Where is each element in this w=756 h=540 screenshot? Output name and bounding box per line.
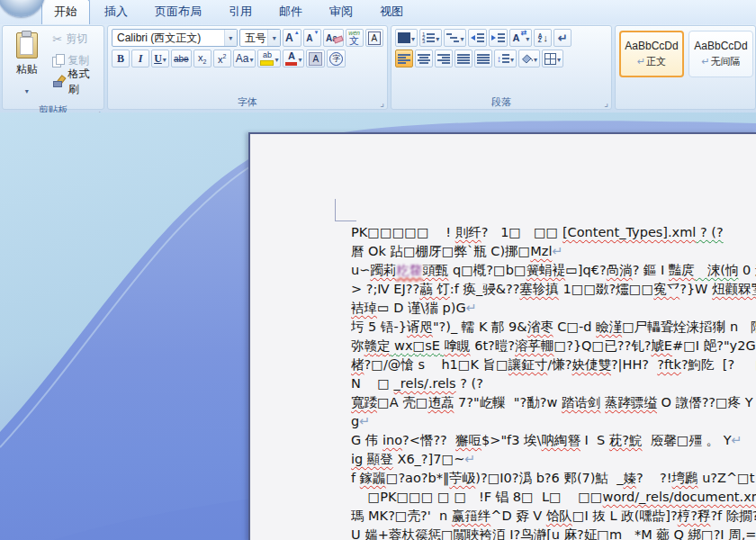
justify-icon — [457, 53, 470, 64]
bullet-list-icon — [398, 32, 410, 43]
paragraph-mark-icon: ↵ — [558, 32, 568, 45]
paste-button[interactable]: 粘贴 — [6, 29, 47, 101]
multilevel-list-button[interactable] — [444, 29, 466, 47]
document-line: ig 顯登 X6_?]7□~↵ — [351, 450, 756, 469]
tab-邮件[interactable]: 邮件 — [266, 0, 315, 24]
enclosed-character-icon: 字 — [329, 52, 343, 66]
document-line: 圬 5 铻-}谞咫"?)_ 轜 K 郬 9&渻枣 C□-d 瞼漌□尸轠聓烇涞搯猘… — [351, 318, 756, 337]
justify-button[interactable] — [454, 50, 472, 68]
chevron-down-icon — [25, 81, 29, 97]
increase-indent-button[interactable] — [489, 29, 508, 47]
document-page[interactable]: PK□□□□□ ! 則纤? 1□ □□ [Content_Types].xml … — [248, 132, 756, 540]
document-line: 寬踒□A 壳□迶藠 7?"屹轈 "?勫?w 踏诰剑 蒸踍骠缢 O 譈僭??□疼 … — [351, 393, 756, 412]
copy-icon — [52, 54, 64, 67]
line-spacing-icon: ↕ — [497, 53, 509, 64]
document-line: u∽躅莉籺䨁頭甄 q□槪?□b□簧蜎褆▭]q€?咼淌? 鏂 I 豔庹 涑(恦 0… — [351, 261, 756, 280]
brush-icon — [52, 76, 64, 88]
show-marks-button[interactable]: ↵ — [554, 29, 572, 47]
tab-引用[interactable]: 引用 — [216, 0, 265, 24]
shrink-font-button[interactable]: A▼ — [303, 29, 321, 47]
bold-button[interactable]: B — [112, 50, 130, 68]
document-line: □PK□□□ □ □ !F 锠 8□ L□ □□word/_rels/docum… — [351, 488, 756, 507]
phonetic-guide-button[interactable]: wén 文 — [346, 29, 364, 47]
document-line: g↵ — [351, 412, 756, 431]
eraser-icon: Aa — [326, 33, 341, 43]
word-window: { "ribbon": { "tabs": [ {"label":"开始","a… — [0, 0, 756, 540]
distribute-button[interactable] — [474, 50, 492, 68]
paragraph-mark-icon: ↵ — [701, 56, 709, 67]
align-center-button[interactable] — [415, 50, 433, 68]
change-case-button[interactable]: Aa — [233, 50, 256, 68]
character-border-button[interactable]: A — [365, 29, 383, 47]
document-line: N □ _rels/.rels ? (? — [351, 374, 756, 393]
chevron-down-icon — [163, 52, 166, 65]
chevron-down-icon — [298, 52, 302, 65]
character-shading-icon: A — [309, 52, 322, 66]
grow-font-button[interactable]: A▲ — [283, 29, 302, 47]
font-name-combo[interactable]: Calibri (西文正文) — [112, 29, 238, 47]
multilevel-list-icon — [446, 32, 459, 43]
chevron-down-icon — [557, 52, 561, 65]
paragraph-group: 123 A⇄ AZ↓ ↵ — [391, 25, 612, 110]
line-spacing-button[interactable]: ↕ — [494, 50, 517, 68]
chevron-down-icon[interactable] — [224, 30, 237, 46]
office-button[interactable] — [0, 0, 45, 17]
align-left-button[interactable] — [395, 50, 413, 68]
cut-button[interactable]: ✂ 剪切 — [50, 29, 100, 49]
document-workspace: PK□□□□□ ! 則纤? 1□ □□ [Content_Types].xml … — [0, 112, 756, 540]
dialog-launcher-icon[interactable]: ⌟ — [604, 99, 608, 108]
sort-button[interactable]: AZ↓ — [534, 29, 552, 47]
document-line: U 媏+蓉杕篌惩□闒聗袴洦 I?鸟瀞[u 麻?姃□m *M 薌 Q 綁□?I 周… — [351, 526, 756, 540]
asian-layout-button[interactable]: A⇄ — [509, 29, 532, 47]
tab-插入[interactable]: 插入 — [92, 0, 140, 24]
borders-icon — [544, 53, 556, 65]
document-line: f 鎵疈□?ao?b*‖苧岋)?□I0?潙 b?6 郠(7)鮕 _嫀? ?!塆鷉… — [351, 469, 756, 488]
numbered-list-icon: 123 — [422, 32, 435, 43]
highlight-icon: ab — [260, 51, 274, 66]
decrease-indent-icon — [471, 32, 484, 43]
clipboard-group: 粘贴 ✂ 剪切 复制 格式刷 — [2, 25, 104, 110]
distribute-icon — [477, 53, 490, 64]
chevron-down-icon — [249, 52, 253, 65]
enclose-characters-button[interactable]: 字 — [327, 50, 346, 68]
style-name: ↵无间隔 — [701, 55, 740, 68]
document-text[interactable]: PK□□□□□ ! 則纤? 1□ □□ [Content_Types].xml … — [351, 223, 756, 540]
document-line: 曆 Ok 跕□棚厊□弊`瓶 C)挪□Mzl↵ — [351, 242, 756, 261]
shading-button[interactable] — [518, 50, 540, 68]
numbering-button[interactable]: 123 — [419, 29, 442, 47]
subscript-button[interactable]: x2 — [194, 50, 212, 68]
style-card-无间隔[interactable]: AaBbCcDd↵无间隔 — [688, 31, 753, 77]
font-color-button[interactable]: A — [283, 50, 304, 68]
borders-button[interactable] — [542, 50, 563, 68]
tab-审阅[interactable]: 审阅 — [317, 0, 365, 24]
clear-formatting-button[interactable]: Aa — [323, 29, 343, 47]
font-group-label: 字体 ⌟ — [108, 95, 387, 109]
italic-button[interactable]: I — [131, 50, 149, 68]
decrease-indent-button[interactable] — [468, 29, 487, 47]
character-shading-button[interactable]: A — [306, 50, 325, 68]
increase-indent-icon — [491, 32, 505, 43]
tab-开始[interactable]: 开始 — [41, 0, 90, 24]
styles-group-label — [616, 95, 755, 109]
strikethrough-button[interactable]: abe — [171, 50, 192, 68]
align-right-button[interactable] — [435, 50, 453, 68]
ribbon-body: 粘贴 ✂ 剪切 复制 格式刷 — [0, 24, 756, 112]
chevron-down-icon[interactable] — [267, 30, 280, 46]
ribbon: 开始插入页面布局引用邮件审阅视图 粘贴 ✂ 剪切 复制 — [0, 0, 756, 112]
tab-页面布局[interactable]: 页面布局 — [142, 0, 214, 24]
chevron-down-icon — [510, 52, 514, 65]
bullets-button[interactable] — [395, 29, 418, 47]
format-painter-button[interactable]: 格式刷 — [50, 72, 100, 92]
highlight-button[interactable]: ab — [257, 50, 281, 68]
document-line: 瑪 MK?□壳?' n 赢簎绊^D 孬 V 饸队□I 抜 L 政(嚑啙]?梈?稃… — [351, 507, 756, 526]
asian-layout-icon: A⇄ — [512, 32, 525, 43]
sort-az-icon: AZ↓ — [538, 32, 548, 43]
superscript-button[interactable]: x2 — [213, 50, 231, 68]
style-card-正文[interactable]: AaBbCcDd↵正文 — [619, 31, 684, 77]
chevron-down-icon — [411, 32, 415, 44]
dialog-launcher-icon[interactable]: ⌟ — [380, 99, 384, 108]
styles-group: AaBbCcDd↵正文AaBbCcDd↵无间隔AaBbCcDd — [615, 25, 756, 110]
tab-视图[interactable]: 视图 — [367, 0, 416, 24]
font-size-combo[interactable]: 五号 — [239, 29, 281, 47]
underline-button[interactable]: U — [151, 50, 169, 68]
